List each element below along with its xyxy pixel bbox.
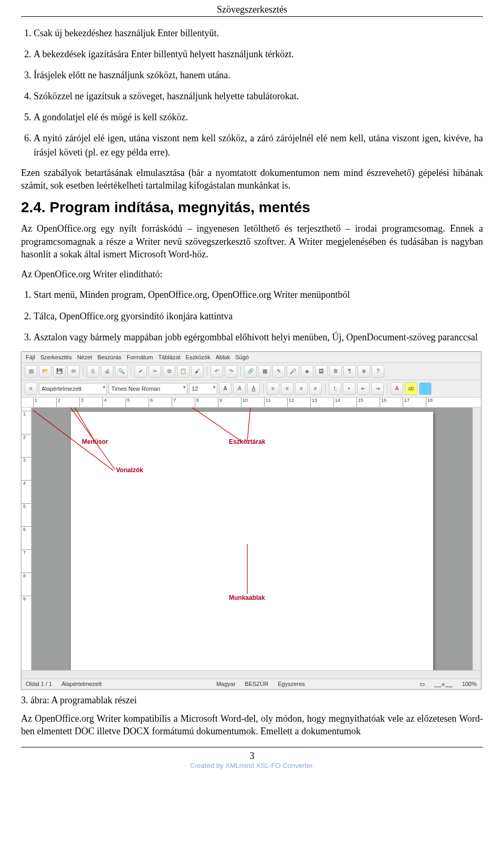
ruler-tick: 9	[22, 596, 31, 619]
document-area: 1 2 3 4 5 6 7 8 9	[22, 408, 481, 670]
decrease-indent-icon[interactable]: ⇤	[357, 382, 370, 395]
status-zoom[interactable]: 100%	[462, 681, 477, 688]
menu-table[interactable]: Táblázat	[158, 354, 180, 360]
help-icon[interactable]: ?	[372, 365, 384, 378]
ruler-tick: 9	[218, 398, 241, 407]
ruler-tick: 3	[79, 398, 102, 407]
font-size-combo[interactable]: 12	[189, 383, 217, 394]
align-right-icon[interactable]: ≡	[295, 382, 308, 395]
menu-window[interactable]: Ablak	[216, 354, 230, 360]
font-name-combo[interactable]: Times New Roman	[109, 383, 187, 394]
align-justify-icon[interactable]: ≡	[309, 382, 322, 395]
vertical-ruler[interactable]: 1 2 3 4 5 6 7 8 9	[22, 408, 32, 670]
vertical-scrollbar[interactable]	[472, 408, 481, 670]
horizontal-ruler[interactable]: 1 2 3 4 5 6 7 8 9 10 11 12 13 14 15 16 1…	[22, 398, 481, 408]
undo-icon[interactable]: ↶	[211, 365, 223, 378]
formatting-toolbar[interactable]: ≡ Alapértelmezett Times New Roman 12 A A…	[22, 380, 481, 398]
align-left-icon[interactable]: ≡	[267, 382, 279, 395]
ruler-tick: 2	[22, 434, 31, 457]
ruler-tick: 2	[56, 398, 79, 407]
menu-view[interactable]: Nézet	[77, 354, 92, 360]
menu-help[interactable]: Súgó	[235, 354, 249, 360]
rule-item: Szóközzel ne igazítsuk a szöveget, haszn…	[34, 89, 483, 103]
status-insert-mode[interactable]: BESZÚR	[245, 681, 269, 688]
italic-icon[interactable]: A	[233, 382, 246, 395]
ruler-tick: 5	[125, 398, 149, 407]
spellcheck-icon[interactable]: ✔	[134, 365, 147, 378]
email-icon[interactable]: ✉	[67, 365, 80, 378]
rule-item: A nyitó zárójel elé igen, utána viszont …	[34, 131, 483, 159]
bullets-icon[interactable]: •	[343, 382, 355, 395]
status-language: Magyar	[216, 681, 236, 688]
redo-icon[interactable]: ↷	[225, 365, 237, 378]
toolbar-separator	[387, 383, 387, 394]
copy-icon[interactable]: ⧉	[163, 365, 175, 378]
open-icon[interactable]: 📂	[39, 365, 51, 378]
menu-file[interactable]: Fájl	[26, 354, 35, 360]
font-color-icon[interactable]: A	[391, 382, 403, 395]
oo-intro-paragraph: Az OpenOffice.org egy nyílt forráskódú –…	[21, 222, 483, 261]
launch-method-item: Asztalon vagy bármely mappában jobb egér…	[34, 330, 483, 344]
ruler-tick: 7	[22, 549, 31, 573]
numbering-icon[interactable]: ⒈	[329, 382, 341, 395]
ruler-tick: 17	[403, 398, 426, 407]
highlight-icon[interactable]: ab	[405, 382, 417, 395]
ruler-tick: 4	[102, 398, 125, 407]
rule-item: A gondolatjel elé és mögé is kell szóköz…	[34, 110, 483, 124]
rules-list: Csak új bekezdéshez használjuk Enter bil…	[21, 26, 483, 159]
drawing-icon[interactable]: ✎	[272, 365, 285, 378]
page-header: Szövegszerkesztés	[21, 0, 483, 17]
find-icon[interactable]: 🔎	[287, 365, 299, 378]
styles-window-icon[interactable]: ≡	[25, 382, 37, 395]
gallery-icon[interactable]: 🖼	[315, 365, 328, 378]
status-style: Alapértelmezett	[61, 681, 101, 688]
launch-methods-list: Start menü, Minden program, OpenOffice.o…	[21, 288, 483, 344]
paste-icon[interactable]: 📋	[177, 365, 190, 378]
ruler-tick: 14	[333, 398, 356, 407]
ruler-tick: 5	[22, 503, 31, 526]
cut-icon[interactable]: ✂	[149, 365, 161, 378]
pdf-export-icon[interactable]: ⎙	[87, 365, 99, 378]
format-paint-icon[interactable]: 🖌	[191, 365, 204, 378]
menu-tools[interactable]: Eszközök	[186, 354, 211, 360]
preview-icon[interactable]: 🔍	[115, 365, 128, 378]
status-selection-mode[interactable]: Egyszeres	[278, 681, 304, 688]
oo-launch-intro: Az OpenOfice.org Writer elindítható:	[21, 268, 483, 280]
ruler-tick: 1	[33, 398, 56, 407]
zoom-slider[interactable]: ⎯⎯◉⎯⎯	[434, 681, 453, 688]
menubar[interactable]: Fájl Szerkesztés Nézet Beszúrás Formátum…	[22, 352, 481, 363]
menu-edit[interactable]: Szerkesztés	[40, 354, 72, 360]
standard-toolbar[interactable]: ▤ 📂 💾 ✉ ⎙ 🖨 🔍 ✔ ✂ ⧉ 📋 🖌 ↶ ↷ 🔗 ▦	[22, 363, 481, 380]
navigator-icon[interactable]: ◈	[301, 365, 313, 378]
align-center-icon[interactable]: ≡	[281, 382, 293, 395]
increase-indent-icon[interactable]: ⇥	[371, 382, 384, 395]
rule-item: A bekezdések igazítására Enter billentyű…	[34, 47, 483, 61]
paragraph-style-combo[interactable]: Alapértelmezett	[39, 383, 107, 394]
menu-insert[interactable]: Beszúrás	[97, 354, 121, 360]
paper-viewport[interactable]	[32, 408, 472, 670]
ruler-tick: 6	[149, 398, 172, 407]
background-color-icon[interactable]	[419, 382, 432, 395]
save-icon[interactable]: 💾	[53, 365, 66, 378]
document-page[interactable]	[71, 412, 433, 670]
datasource-icon[interactable]: ≣	[329, 365, 342, 378]
zoom-icon[interactable]: ⊕	[358, 365, 370, 378]
underline-icon[interactable]: A	[247, 382, 260, 395]
print-icon[interactable]: 🖨	[101, 365, 113, 378]
table-icon[interactable]: ▦	[258, 365, 271, 378]
ruler-tick: 8	[22, 573, 31, 596]
bold-icon[interactable]: A	[219, 382, 232, 395]
horizontal-scrollbar[interactable]	[22, 670, 481, 679]
new-doc-icon[interactable]: ▤	[25, 365, 37, 378]
ruler-tick: 16	[380, 398, 403, 407]
ruler-tick: 3	[22, 457, 31, 480]
hyperlink-icon[interactable]: 🔗	[244, 365, 257, 378]
ruler-tick: 1	[22, 411, 31, 434]
ruler-tick: 12	[287, 398, 310, 407]
nonprinting-icon[interactable]: ¶	[343, 365, 356, 378]
menu-format[interactable]: Formátum	[127, 354, 153, 360]
section-heading: 2.4. Program indítása, megnyitás, mentés	[21, 199, 483, 216]
ruler-tick: 15	[356, 398, 380, 407]
view-layout-icon[interactable]: ▭	[419, 681, 425, 688]
ruler-tick: 8	[195, 398, 218, 407]
